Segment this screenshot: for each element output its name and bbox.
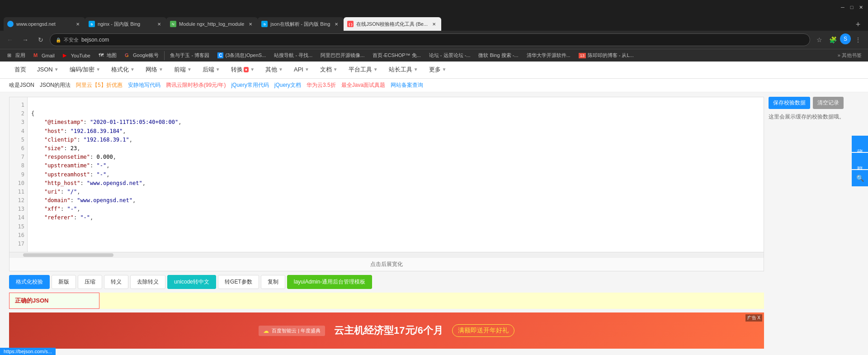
save-data-button[interactable]: 保存校验数据 <box>769 97 810 109</box>
promo-tencent[interactable]: 腾讯云限时秒杀(99元/年) <box>166 81 226 89</box>
browser-tab-1[interactable]: 🌐 www.opengsd.net ✕ <box>4 17 85 31</box>
tab-close-1[interactable]: ✕ <box>74 20 81 28</box>
url-bar[interactable]: 🔒 不安全 bejson.com <box>50 33 810 46</box>
encode-dropdown-icon: ▼ <box>96 67 100 72</box>
side-button-group[interactable]: 群 <box>852 153 868 169</box>
json-valid-indicator: 正确的JSON <box>9 293 99 309</box>
nav-other[interactable]: 其他▼ <box>260 62 288 79</box>
tab-to-get[interactable]: 转GET参数 <box>218 275 259 289</box>
new-tab-button[interactable]: + <box>852 18 864 31</box>
nav-docs[interactable]: 文档▼ <box>315 62 343 79</box>
bookmark-apps[interactable]: ⊞ 应用 <box>4 50 29 61</box>
tab-layui-admin[interactable]: layuiAdmin-通用后台管理模板 <box>287 275 373 289</box>
c-icon: C <box>217 52 223 58</box>
extensions-button[interactable]: 🧩 <box>826 33 839 46</box>
minimize-button[interactable]: ─ <box>839 4 846 11</box>
tab-title-3: Module ngx_http_log_module <box>179 21 244 27</box>
side-button-search[interactable]: 🔍 <box>852 170 868 186</box>
promo-jquery-docs[interactable]: jQuery文档 <box>274 81 301 89</box>
close-button[interactable]: ✕ <box>857 4 864 11</box>
ad-label[interactable]: 广告 X <box>745 314 762 322</box>
bookmark-tsinghua-label: 清华大学开源软件... <box>527 52 571 59</box>
maximize-button[interactable]: □ <box>848 4 855 11</box>
browser-tab-5[interactable]: { } 在线JSON校验格式化工具 (Be... ✕ <box>344 17 441 31</box>
tab-close-4[interactable]: ✕ <box>333 20 340 28</box>
tab-format-validate[interactable]: 格式化校验 <box>9 275 50 289</box>
bookmarks-bar: ⊞ 应用 M Gmail ▶ YouTube 🗺 地图 G Google账号 鱼… <box>0 49 868 62</box>
collapse-hint-button[interactable]: 点击后展宽化 <box>9 257 764 271</box>
tab-close-5[interactable]: ✕ <box>430 20 438 28</box>
docs-dropdown-icon: ▼ <box>333 67 338 72</box>
bookmark-youtube[interactable]: ▶ YouTube <box>59 50 94 61</box>
ad-banner: ☁ 百度智能云 | 年度盛典 云主机经济型17元/6个月 满额即送开年好礼 × … <box>9 312 764 349</box>
promo-huawei[interactable]: 华为云3.5折 <box>307 81 336 89</box>
frontend-dropdown-icon: ▼ <box>187 67 192 72</box>
promo-aliyun[interactable]: 阿里云【5】折优惠 <box>76 81 123 89</box>
bookmark-forum[interactable]: 论坛 - 远景论坛 -... <box>425 50 474 61</box>
gmail-icon: M <box>33 52 40 59</box>
more-bookmarks-button[interactable]: » 其他书签 <box>835 52 864 59</box>
clear-records-button[interactable]: 清空记录 <box>813 97 844 109</box>
tab-new-version[interactable]: 新版 <box>52 275 76 289</box>
tab-unescape[interactable]: 去除转义 <box>130 275 165 289</box>
tab-title-2: nginx - 国内版 Bing <box>98 21 153 28</box>
bookmark-ecshop[interactable]: 首页-ECSHOP™ 免... <box>369 50 424 61</box>
nav-webmaster[interactable]: 站长工具▼ <box>383 62 424 79</box>
promo-icp[interactable]: 网站备案查询 <box>391 81 423 89</box>
nav-convert[interactable]: 转换●▼ <box>226 62 260 79</box>
bookmark-tsinghua[interactable]: 清华大学开源软件... <box>523 50 574 61</box>
bookmark-fish[interactable]: 鱼与于玉 - 博客园 <box>166 50 213 61</box>
nav-home[interactable]: 首页 <box>9 62 32 79</box>
nav-frontend[interactable]: 前端▼ <box>169 62 197 79</box>
profile-button[interactable]: S <box>840 33 851 44</box>
apps-icon: ⊞ <box>7 52 14 59</box>
scrollbar-thumb[interactable] <box>23 253 113 257</box>
browser-tab-3[interactable]: N Module ngx_http_log_module ✕ <box>166 17 258 31</box>
bookmark-ali[interactable]: 阿里巴巴开源镜像... <box>317 50 368 61</box>
tab-close-3[interactable]: ✕ <box>247 20 254 28</box>
bookmark-blog-13[interactable]: 13 陈叩叩的博客 - 从L... <box>575 50 637 61</box>
maps-icon: 🗺 <box>99 52 105 59</box>
right-panel-hint: 这里会展示缓存的校验数据哦。 <box>769 113 859 121</box>
browser-tab-4[interactable]: b json在线解析 - 国内版 Bing ✕ <box>258 17 344 31</box>
forward-button[interactable]: → <box>19 33 32 46</box>
browser-tab-2[interactable]: b nginx - 国内版 Bing ✕ <box>85 17 166 31</box>
13-icon: 13 <box>579 53 586 58</box>
bookmark-c-msg[interactable]: C (3条消息)OpenS... <box>214 50 269 61</box>
promo-what-json[interactable]: 啥是JSON <box>9 81 34 89</box>
tab-compress[interactable]: 压缩 <box>78 275 102 289</box>
nav-platform[interactable]: 平台工具▼ <box>343 62 383 79</box>
side-button-hide[interactable]: 藏 <box>852 136 868 152</box>
nav-encode[interactable]: 编码/加密▼ <box>64 62 106 79</box>
json-editor: 12345 678910 1112131415 1617 { "@timesta… <box>9 97 764 271</box>
editor-scrollbar-horizontal[interactable] <box>9 252 764 257</box>
nav-network[interactable]: 网络▼ <box>140 62 169 79</box>
promo-java[interactable]: 最全Java面试真题 <box>341 81 385 89</box>
tab-close-2[interactable]: ✕ <box>156 20 163 28</box>
bookmark-youtube-label: YouTube <box>71 53 90 58</box>
nav-json[interactable]: JSON▼ <box>32 62 64 79</box>
code-content[interactable]: { "@timestamp": "2020-01-11T15:05:40+08:… <box>28 97 764 224</box>
tab-unicode-to-chinese[interactable]: unicode转中文 <box>167 275 216 289</box>
nav-format[interactable]: 格式化▼ <box>106 62 140 79</box>
nav-backend[interactable]: 后端▼ <box>197 62 226 79</box>
bookmark-google[interactable]: G Google账号 <box>121 50 162 61</box>
back-button[interactable]: ← <box>4 33 16 46</box>
bookmark-maps[interactable]: 🗺 地图 <box>95 50 120 61</box>
convert-badge: ● <box>244 67 249 72</box>
bookmark-bing[interactable]: 微软 Bing 搜索 -... <box>475 50 522 61</box>
promo-quiet-code[interactable]: 安静地写代码 <box>128 81 160 89</box>
url-text: bejson.com <box>81 37 109 43</box>
bookmark-gmail[interactable]: M Gmail <box>30 50 58 61</box>
refresh-button[interactable]: ↻ <box>34 33 47 46</box>
bookmark-star-button[interactable]: ☆ <box>813 33 826 46</box>
menu-button[interactable]: ⋮ <box>852 33 864 46</box>
tab-copy[interactable]: 复制 <box>261 275 285 289</box>
nav-more[interactable]: 更多▼ <box>424 62 452 79</box>
nav-api[interactable]: API▼ <box>288 62 315 79</box>
bookmark-search[interactable]: 站搜导航 - 寻找... <box>270 50 316 61</box>
promo-jquery-code[interactable]: jQuery常用代码 <box>231 81 269 89</box>
tab-escape[interactable]: 转义 <box>104 275 128 289</box>
promo-json-usage[interactable]: JSON的用法 <box>40 81 71 89</box>
site-nav: 首页 JSON▼ 编码/加密▼ 格式化▼ 网络▼ 前端▼ 后端▼ 转换●▼ <box>0 62 868 79</box>
